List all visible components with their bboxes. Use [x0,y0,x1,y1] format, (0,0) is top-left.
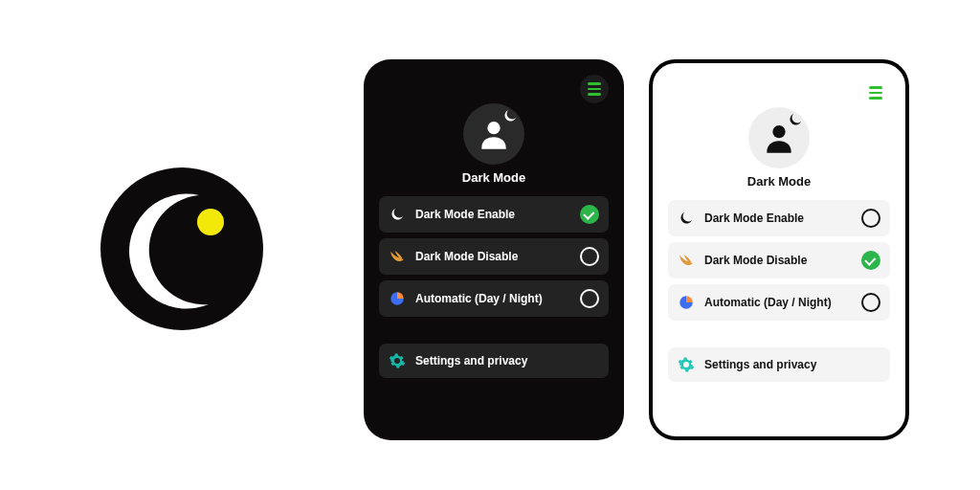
section-title: Dark Mode [668,174,890,189]
option-disable[interactable]: Dark Mode Disable [379,238,609,275]
section-title: Dark Mode [379,170,609,185]
option-automatic[interactable]: Automatic (Day / Night) [668,284,890,321]
svg-point-3 [772,125,785,138]
radio-selected [861,251,880,270]
option-enable[interactable]: Dark Mode Enable [668,200,890,236]
menu-button[interactable] [861,78,890,107]
radio-unselected [580,247,599,266]
settings-privacy[interactable]: Settings and privacy [379,344,609,378]
moon-icon [787,111,804,128]
settings-label: Settings and privacy [704,358,880,371]
option-automatic[interactable]: Automatic (Day / Night) [379,280,609,317]
gear-icon [389,352,406,369]
svg-point-2 [487,122,500,134]
moon-icon [389,206,406,223]
gear-icon [678,356,695,373]
settings-privacy[interactable]: Settings and privacy [668,347,890,382]
app-logo [96,163,268,335]
avatar [463,103,524,165]
radio-unselected [861,209,880,228]
moon-icon [678,210,695,227]
phone-dark: Dark Mode Dark Mode Enable Dark Mode Dis… [364,59,624,440]
auto-icon [389,290,406,307]
option-disable[interactable]: Dark Mode Disable [668,242,890,278]
option-label: Dark Mode Disable [415,250,570,263]
swift-icon [389,248,406,265]
auto-icon [678,294,695,311]
radio-selected [580,205,599,224]
radio-unselected [580,289,599,308]
option-label: Dark Mode Enable [415,208,570,221]
option-label: Dark Mode Disable [704,254,852,267]
option-enable[interactable]: Dark Mode Enable [379,196,609,233]
svg-point-1 [197,209,224,235]
option-label: Dark Mode Enable [704,212,852,225]
settings-label: Settings and privacy [415,354,599,368]
option-label: Automatic (Day / Night) [704,296,852,309]
moon-icon [501,107,519,124]
phone-light: Dark Mode Dark Mode Enable Dark Mode Dis… [649,59,909,440]
swift-icon [678,252,695,269]
menu-button[interactable] [580,75,609,103]
avatar [748,107,810,168]
radio-unselected [861,293,880,312]
option-label: Automatic (Day / Night) [415,292,570,305]
